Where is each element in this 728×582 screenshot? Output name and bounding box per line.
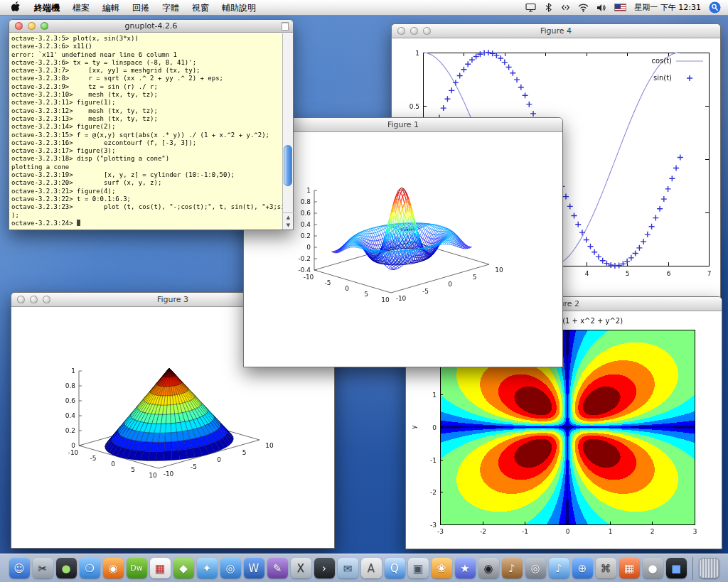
terminal-titlebar[interactable]: gnuplot-4.2.6 <box>9 20 293 33</box>
display-icon[interactable] <box>525 3 536 12</box>
wifi-icon[interactable] <box>578 4 589 12</box>
terminal-window: gnuplot-4.2.6 octave-3.2.3:5> plot(x, si… <box>9 19 294 230</box>
scroll-up-icon[interactable]: ▲ <box>287 215 290 220</box>
dock-icon-grab[interactable]: ✂ <box>33 558 53 578</box>
menubar-status-area: 星期一 下午 12:31 <box>525 1 724 14</box>
menubar-menu-1[interactable]: 檔案 <box>66 3 96 13</box>
terminal-text[interactable]: octave-3.2.3:5> plot(x, sin(3*x)) octave… <box>9 33 282 230</box>
ink-icon[interactable] <box>561 3 570 12</box>
window-title: gnuplot-4.2.6 <box>9 21 293 31</box>
dock-icon-textedit[interactable]: A <box>361 558 382 578</box>
menubar: 終端機檔案編輯回捲字體視窗輔助說明 星期一 下午 12:31 <box>0 0 728 16</box>
zoom-button[interactable] <box>41 22 48 30</box>
dock: ☺✂●❍◉Dw▦◆✦◎W✎X›✉AQ▣❀★◉♪◎♪⊕⌘▦●■ <box>0 554 728 582</box>
window-title: Figure 4 <box>392 26 720 36</box>
menubar-menu-3[interactable]: 回捲 <box>126 3 156 13</box>
dock-icon-x11[interactable]: X <box>291 558 311 578</box>
bluetooth-icon[interactable] <box>544 3 553 12</box>
terminal-scrollbar[interactable]: ▲▼ <box>282 33 293 230</box>
document-proxy-icon[interactable] <box>282 22 289 31</box>
menubar-menu-6[interactable]: 輔助說明 <box>215 3 262 13</box>
close-button[interactable] <box>17 296 25 303</box>
figure4-titlebar[interactable]: Figure 4 <box>392 24 720 38</box>
dock-icon-ical[interactable]: ▦ <box>150 558 171 578</box>
desktop: 終端機檔案編輯回捲字體視窗輔助說明 星期一 下午 12:31 Figure 4 <box>0 0 728 582</box>
dock-icon-utility[interactable]: ● <box>643 558 663 578</box>
dock-icon-mail[interactable]: ✉ <box>338 558 358 578</box>
menubar-menu-5[interactable]: 視窗 <box>186 3 215 13</box>
dock-icon-preview[interactable]: ▣ <box>408 558 429 578</box>
menubar-menu-2[interactable]: 編輯 <box>96 3 126 13</box>
apple-menu[interactable] <box>4 0 28 16</box>
dock-icon-terminal[interactable]: › <box>314 558 335 578</box>
minimize-button[interactable] <box>30 296 38 303</box>
apple-logo-icon <box>11 1 21 14</box>
close-button[interactable] <box>15 22 23 30</box>
spotlight-icon[interactable] <box>709 1 721 14</box>
dock-icon-camera[interactable]: ◉ <box>478 558 499 578</box>
dock-icon-dreamweaver[interactable]: Dw <box>127 558 147 578</box>
dock-icon-idvd[interactable]: ◎ <box>525 558 546 578</box>
scrollbar-thumb[interactable] <box>284 145 292 186</box>
scroll-down-icon[interactable]: ▼ <box>287 222 290 228</box>
dock-icon-dashboard[interactable]: ● <box>56 558 77 578</box>
scrollbar-arrows[interactable]: ▲▼ <box>283 212 294 230</box>
menubar-menus: 終端機檔案編輯回捲字體視窗輔助說明 <box>28 0 262 16</box>
volume-icon[interactable] <box>596 4 606 12</box>
menubar-menu-4[interactable]: 字體 <box>156 3 186 13</box>
dock-icon-trash[interactable] <box>699 558 719 578</box>
zoom-button[interactable] <box>43 296 50 303</box>
menubar-clock[interactable]: 星期一 下午 12:31 <box>634 2 701 13</box>
menubar-menu-0[interactable]: 終端機 <box>28 3 66 13</box>
dock-icon-network[interactable]: ⊕ <box>572 558 593 578</box>
dock-icon-word[interactable]: W <box>244 558 264 578</box>
dock-icon-editor[interactable]: ✎ <box>267 558 288 578</box>
dock-icon-firefox[interactable]: ◉ <box>103 558 124 578</box>
dock-icon-colorsync[interactable]: ▦ <box>619 558 640 578</box>
close-button[interactable] <box>397 27 405 35</box>
dock-icon-shiira[interactable]: ◎ <box>220 558 241 578</box>
terminal-cursor <box>77 220 80 226</box>
input-flag-us[interactable] <box>614 4 626 11</box>
minimize-button[interactable] <box>410 27 418 35</box>
dock-icon-finder[interactable]: ☺ <box>9 558 30 578</box>
dock-icon-imovie[interactable]: ★ <box>455 558 476 578</box>
dock-separator <box>692 557 693 580</box>
dock-icon-cube[interactable]: ◆ <box>173 558 194 578</box>
dock-icon-garageband[interactable]: ♪ <box>502 558 523 578</box>
dock-icon-itunes[interactable]: ♪ <box>549 558 569 578</box>
minimize-button[interactable] <box>28 22 36 30</box>
dock-icon-ichat[interactable]: ❍ <box>80 558 100 578</box>
zoom-button[interactable] <box>423 27 431 35</box>
dock-icon-quicktime[interactable]: Q <box>385 558 405 578</box>
status-icons <box>525 3 626 12</box>
dock-icon-display[interactable]: ■ <box>666 558 687 578</box>
dock-icon-iphoto[interactable]: ❀ <box>432 558 452 578</box>
dock-icon-applescript[interactable]: ⌘ <box>596 558 616 578</box>
dock-icon-safari[interactable]: ✦ <box>197 558 218 578</box>
